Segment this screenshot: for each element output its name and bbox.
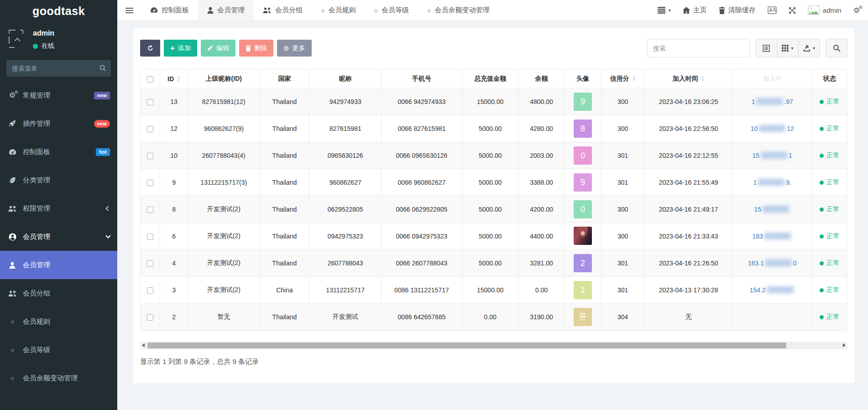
tabs-menu-dropdown[interactable]: ▾ xyxy=(658,7,671,14)
col-join_time[interactable]: 加入时间▲▼ xyxy=(644,69,733,88)
members-table-wrap: ID▲▼上级昵称(ID)国家昵称手机号总充值金额余额头像信用分▲▼加入时间▲▼加… xyxy=(140,69,847,331)
tab-user-group[interactable]: 会员分组 xyxy=(254,0,312,21)
scroll-right-arrow-icon[interactable] xyxy=(843,343,846,347)
tab-user[interactable]: 会员管理 xyxy=(198,0,254,21)
columns-button[interactable]: ▾ xyxy=(777,39,799,57)
join-ip-link[interactable]: 183 xyxy=(753,233,792,240)
navbar-right: ▾ 主页 清除缓存 xyxy=(658,0,868,21)
search-submit-button[interactable] xyxy=(826,39,847,57)
avatar[interactable]: 9 xyxy=(574,93,592,111)
home-button[interactable]: 主页 xyxy=(683,6,707,15)
cell-country: Thailand xyxy=(260,142,309,169)
refresh-button[interactable] xyxy=(140,40,160,57)
cell-avatar: 9 xyxy=(565,169,601,196)
sidebar-item-dashboard[interactable]: 控制面板hot xyxy=(0,138,117,166)
scroll-left-arrow-icon[interactable] xyxy=(142,343,145,347)
language-switch-button[interactable] xyxy=(768,6,777,14)
cell-join-ip: 15 xyxy=(732,196,811,223)
cell-total-recharge: 15000.00 xyxy=(462,88,518,115)
sidebar-item-addon[interactable]: 插件管理new xyxy=(0,109,117,138)
row-checkbox[interactable] xyxy=(147,234,153,240)
sidebar-subitem-user-moneylog[interactable]: ○会员余额变动管理 xyxy=(0,364,117,392)
join-ip-link[interactable]: 154.2 xyxy=(750,286,795,294)
cell-id: 4 xyxy=(160,250,188,277)
edit-button[interactable]: 编辑 xyxy=(201,40,235,57)
table-search-input[interactable] xyxy=(647,39,750,57)
avatar[interactable]: 9 xyxy=(574,173,592,192)
row-checkbox[interactable] xyxy=(147,180,153,186)
col-id[interactable]: ID▲▼ xyxy=(160,69,188,88)
blur-redaction xyxy=(764,233,791,239)
join-ip-link[interactable]: 19. xyxy=(753,179,791,186)
cell-check xyxy=(141,277,160,304)
sidebar-toggle-button[interactable] xyxy=(117,0,141,21)
sidebar-subitem-user-group[interactable]: 会员分组 xyxy=(0,279,117,307)
row-checkbox[interactable] xyxy=(147,260,153,267)
pencil-icon xyxy=(207,45,213,51)
navbar-username: admin xyxy=(823,6,842,14)
join-ip-link[interactable]: 151 xyxy=(753,152,792,159)
join-ip-link[interactable]: 1012 xyxy=(751,125,794,132)
avatar[interactable]: 开 xyxy=(574,308,592,326)
clear-cache-button[interactable]: 清除缓存 xyxy=(719,6,756,15)
avatar[interactable]: 1 xyxy=(574,281,592,299)
settings-button[interactable]: ⚙⚙ xyxy=(853,7,860,14)
members-table: ID▲▼上级昵称(ID)国家昵称手机号总充值金额余额头像信用分▲▼加入时间▲▼加… xyxy=(140,69,847,331)
cell-nickname: 2607788043 xyxy=(309,250,382,277)
avatar[interactable]: 2 xyxy=(574,254,592,272)
sidebar-item-user[interactable]: 会员管理 xyxy=(0,223,117,251)
col-credit[interactable]: 信用分▲▼ xyxy=(601,69,644,88)
fullscreen-button[interactable] xyxy=(789,7,796,14)
delete-button[interactable]: 删除 xyxy=(239,40,273,57)
row-checkbox[interactable] xyxy=(147,99,153,105)
sidebar-subitem-user-list[interactable]: 会员管理 xyxy=(0,251,117,279)
sidebar-item-label: 会员管理 xyxy=(23,233,106,241)
scrollbar-thumb[interactable] xyxy=(147,343,786,348)
horizontal-scrollbar[interactable] xyxy=(140,342,847,349)
join-ip-link[interactable]: 15 xyxy=(754,206,790,213)
cell-balance: 4800.00 xyxy=(518,88,565,115)
table-row: 12960862627(9)Thailand8276159810066 8276… xyxy=(141,115,847,142)
delete-label: 删除 xyxy=(254,44,267,52)
list-icon xyxy=(658,7,665,14)
row-checkbox[interactable] xyxy=(147,126,153,132)
tab-label: 会员余额变动管理 xyxy=(434,6,489,15)
avatar[interactable]: 0 xyxy=(574,200,592,218)
join-ip-link[interactable]: 183.10 xyxy=(748,259,797,267)
row-checkbox[interactable] xyxy=(147,153,153,159)
tab-user-level[interactable]: ○会员等级 xyxy=(365,0,418,21)
cell-avatar: 2 xyxy=(565,250,601,277)
add-button[interactable]: + 添加 xyxy=(164,40,197,57)
cell-country: Thailand xyxy=(260,223,309,250)
more-button[interactable]: ⚙ 更多 xyxy=(277,40,312,57)
select-all-checkbox[interactable] xyxy=(147,76,153,83)
sidebar-subitem-user-rule[interactable]: ○会员规则 xyxy=(0,307,117,336)
user-menu[interactable]: admin xyxy=(808,5,842,15)
menu-search-input[interactable] xyxy=(6,60,111,77)
avatar-photo[interactable] xyxy=(574,227,592,245)
col-label: 上级昵称(ID) xyxy=(206,75,242,82)
online-dot-icon xyxy=(33,44,38,49)
row-checkbox[interactable] xyxy=(147,287,153,294)
row-checkbox[interactable] xyxy=(147,207,153,213)
tab-dashboard[interactable]: 控制面板 xyxy=(141,0,198,21)
chevron-down-icon: ▾ xyxy=(813,46,815,51)
sidebar-item-label: 插件管理 xyxy=(23,119,94,128)
sidebar-subitem-user-level[interactable]: ○会员等级 xyxy=(0,336,117,364)
col-join_ip: 加入IP xyxy=(732,69,811,88)
sidebar-item-auth[interactable]: 权限管理 xyxy=(0,194,117,223)
tab-user-rule[interactable]: ○会员规则 xyxy=(312,0,365,21)
export-button[interactable]: ▾ xyxy=(798,39,820,57)
row-checkbox[interactable] xyxy=(147,314,153,321)
sidebar-item-general[interactable]: ⚙⚙常规管理new xyxy=(0,81,117,109)
detail-view-button[interactable] xyxy=(755,39,777,57)
join-ip-link[interactable]: 1.97 xyxy=(752,98,793,105)
tab-user-moneylog[interactable]: ○会员余额变动管理 xyxy=(418,0,498,21)
avatar[interactable]: 8 xyxy=(574,119,592,138)
cell-total-recharge: 15000.00 xyxy=(462,277,518,304)
col-country: 国家 xyxy=(260,69,309,88)
sidebar-item-label: 会员余额变动管理 xyxy=(23,374,110,383)
sidebar-item-category[interactable]: 分类管理 xyxy=(0,166,117,194)
cell-id: 2 xyxy=(160,304,188,331)
avatar[interactable]: 0 xyxy=(574,146,592,165)
